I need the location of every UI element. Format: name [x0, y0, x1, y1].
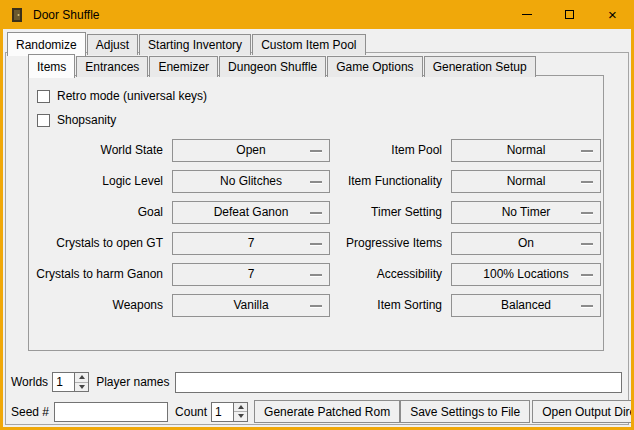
- world-state-dropdown[interactable]: Open: [172, 139, 330, 162]
- options-grid: World State Open Item Pool Normal Logic …: [35, 138, 601, 317]
- tab-entrances[interactable]: Entrances: [76, 56, 148, 77]
- count-spin-buttons: [233, 402, 248, 422]
- worlds-spin-down-button[interactable]: [75, 382, 88, 392]
- minimize-button[interactable]: [505, 0, 548, 29]
- goal-value: Defeat Ganon: [214, 205, 289, 219]
- worlds-spin-buttons: [74, 372, 89, 392]
- tab-custom-item-pool[interactable]: Custom Item Pool: [252, 34, 365, 55]
- sub-tab-bar: Items Entrances Enemizer Dungeon Shuffle…: [28, 54, 537, 77]
- worlds-input[interactable]: [52, 372, 74, 392]
- items-pane: Retro mode (universal keys) Shopsanity W…: [28, 75, 604, 351]
- minimize-icon: [522, 14, 532, 15]
- tab-game-options[interactable]: Game Options: [327, 56, 422, 77]
- tab-items[interactable]: Items: [28, 54, 75, 78]
- tab-adjust[interactable]: Adjust: [87, 34, 138, 55]
- world-state-value: Open: [236, 143, 265, 157]
- seed-label: Seed #: [11, 405, 49, 419]
- arrow-up-icon: [79, 375, 85, 379]
- dropdown-indicator-icon: [310, 181, 322, 183]
- weapons-dropdown[interactable]: Vanilla: [172, 294, 330, 317]
- seed-input[interactable]: [54, 402, 168, 422]
- field-row: Crystals to open GT 7 Progressive Items …: [35, 231, 601, 255]
- crystals-harm-ganon-label: Crystals to harm Ganon: [35, 267, 163, 281]
- window-controls: ×: [505, 0, 634, 29]
- arrow-down-icon: [79, 385, 85, 389]
- field-row: Weapons Vanilla Item Sorting Balanced: [35, 293, 601, 317]
- randomize-pane: Items Entrances Enemizer Dungeon Shuffle…: [5, 52, 629, 425]
- dropdown-indicator-icon: [310, 212, 322, 214]
- count-input[interactable]: [211, 402, 233, 422]
- logic-level-value: No Glitches: [220, 174, 282, 188]
- count-spinner: [211, 402, 248, 422]
- save-settings-button[interactable]: Save Settings to File: [400, 400, 530, 423]
- dropdown-indicator-icon: [310, 150, 322, 152]
- world-state-label: World State: [35, 143, 163, 157]
- maximize-button[interactable]: [548, 0, 591, 29]
- item-sorting-label: Item Sorting: [330, 298, 442, 312]
- window-title: Door Shuffle: [33, 8, 100, 22]
- shopsanity-label: Shopsanity: [57, 113, 116, 127]
- crystals-open-gt-dropdown[interactable]: 7: [172, 232, 330, 255]
- retro-mode-label: Retro mode (universal keys): [57, 89, 207, 103]
- dropdown-indicator-icon: [581, 150, 593, 152]
- dropdown-indicator-icon: [310, 305, 322, 307]
- item-sorting-value: Balanced: [501, 298, 551, 312]
- item-pool-value: Normal: [507, 143, 546, 157]
- open-output-directory-button[interactable]: Open Output Directory: [532, 400, 631, 423]
- dropdown-indicator-icon: [581, 181, 593, 183]
- client-area: Randomize Adjust Starting Inventory Cust…: [3, 29, 631, 427]
- item-functionality-dropdown[interactable]: Normal: [451, 170, 601, 193]
- dropdown-indicator-icon: [310, 243, 322, 245]
- field-row: Crystals to harm Ganon 7 Accessibility 1…: [35, 262, 601, 286]
- retro-mode-checkbox[interactable]: [37, 90, 50, 103]
- arrow-down-icon: [238, 414, 244, 418]
- item-functionality-value: Normal: [507, 174, 546, 188]
- dropdown-indicator-icon: [581, 274, 593, 276]
- accessibility-label: Accessibility: [330, 267, 442, 281]
- timer-setting-value: No Timer: [502, 205, 551, 219]
- tab-enemizer[interactable]: Enemizer: [149, 56, 218, 77]
- dropdown-indicator-icon: [581, 305, 593, 307]
- titlebar[interactable]: Door Shuffle ×: [0, 0, 634, 29]
- progressive-items-dropdown[interactable]: On: [451, 232, 601, 255]
- dropdown-indicator-icon: [581, 243, 593, 245]
- crystals-open-gt-label: Crystals to open GT: [35, 236, 163, 250]
- field-row: World State Open Item Pool Normal: [35, 138, 601, 162]
- weapons-label: Weapons: [35, 298, 163, 312]
- tab-randomize[interactable]: Randomize: [7, 32, 86, 56]
- worlds-spin-up-button[interactable]: [75, 373, 88, 382]
- dropdown-indicator-icon: [310, 274, 322, 276]
- goal-dropdown[interactable]: Defeat Ganon: [172, 201, 330, 224]
- multiworld-row: Worlds Player names: [6, 371, 628, 393]
- logic-level-label: Logic Level: [35, 174, 163, 188]
- generate-patched-rom-button[interactable]: Generate Patched Rom: [254, 400, 400, 423]
- count-spin-down-button[interactable]: [234, 411, 247, 421]
- item-sorting-dropdown[interactable]: Balanced: [451, 294, 601, 317]
- arrow-up-icon: [238, 405, 244, 409]
- shopsanity-checkbox[interactable]: [37, 114, 50, 127]
- tab-generation-setup[interactable]: Generation Setup: [424, 56, 536, 77]
- generation-row: Seed # Count Generate Patched Rom Save S…: [6, 400, 628, 423]
- field-row: Goal Defeat Ganon Timer Setting No Timer: [35, 200, 601, 224]
- weapons-value: Vanilla: [233, 298, 268, 312]
- crystals-harm-ganon-dropdown[interactable]: 7: [172, 263, 330, 286]
- player-names-input[interactable]: [175, 372, 623, 393]
- timer-setting-dropdown[interactable]: No Timer: [451, 201, 601, 224]
- player-names-label: Player names: [96, 375, 169, 389]
- close-button[interactable]: ×: [591, 0, 634, 29]
- crystals-harm-ganon-value: 7: [248, 267, 255, 281]
- shopsanity-row: Shopsanity: [35, 110, 601, 130]
- progressive-items-value: On: [518, 236, 534, 250]
- retro-mode-row: Retro mode (universal keys): [35, 86, 601, 106]
- accessibility-dropdown[interactable]: 100% Locations: [451, 263, 601, 286]
- close-icon: ×: [608, 7, 617, 22]
- progressive-items-label: Progressive Items: [330, 236, 442, 250]
- tab-starting-inventory[interactable]: Starting Inventory: [139, 34, 251, 55]
- logic-level-dropdown[interactable]: No Glitches: [172, 170, 330, 193]
- tab-dungeon-shuffle[interactable]: Dungeon Shuffle: [219, 56, 326, 77]
- goal-label: Goal: [35, 205, 163, 219]
- window: Door Shuffle × Randomize Adjust Starting…: [0, 0, 634, 430]
- worlds-spinner: [52, 372, 89, 392]
- count-spin-up-button[interactable]: [234, 403, 247, 412]
- item-pool-dropdown[interactable]: Normal: [451, 139, 601, 162]
